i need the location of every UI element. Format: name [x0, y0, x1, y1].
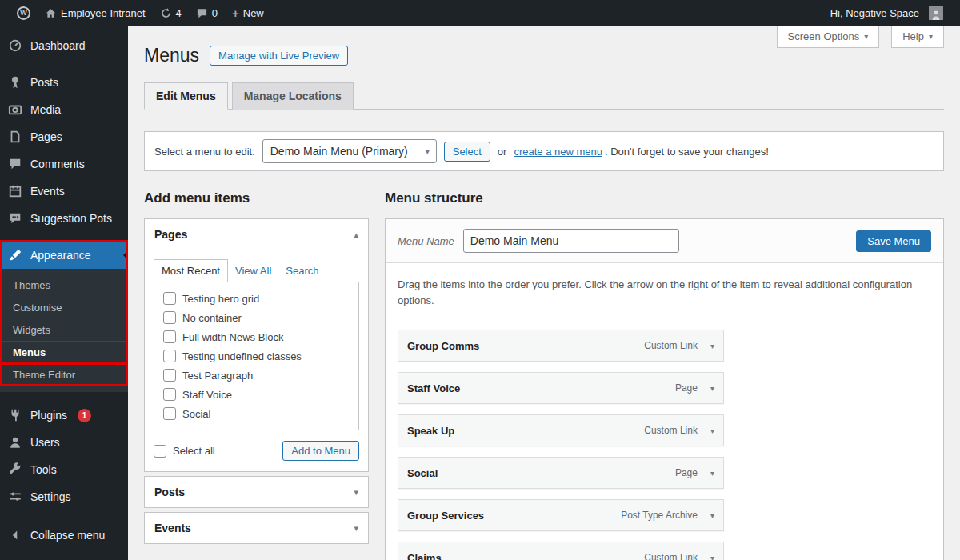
new-content-menu[interactable]: + New [225, 0, 271, 26]
chevron-down-icon[interactable]: ▾ [710, 511, 714, 520]
events-panel-header[interactable]: Events ▾ [145, 513, 368, 543]
menu-structure-body: Drag the items into the order you prefer… [386, 263, 943, 560]
pages-checklist: Testing hero grid No container Full widt… [154, 282, 359, 430]
sidebar-item-settings[interactable]: Settings [0, 483, 128, 510]
sidebar-item-events[interactable]: Events [0, 178, 128, 205]
chevron-down-icon[interactable]: ▾ [354, 523, 358, 534]
select-all-label: Select all [173, 445, 215, 457]
tab-most-recent[interactable]: Most Recent [154, 259, 228, 282]
site-name-label: Employee Intranet [61, 7, 146, 19]
sidebar-item-tools[interactable]: Tools [0, 456, 128, 483]
sidebar-item-pages[interactable]: Pages [0, 123, 128, 150]
wordpress-logo-icon: W [17, 6, 30, 20]
chevron-down-icon[interactable]: ▾ [710, 426, 714, 435]
menu-name-input[interactable] [463, 229, 679, 253]
add-to-menu-button[interactable]: Add to Menu [282, 441, 359, 461]
page-checkbox[interactable] [163, 292, 176, 305]
menu-select-label: Select a menu to edit: [154, 146, 255, 158]
screen-options-label: Screen Options [788, 30, 860, 42]
sidebar-item-appearance[interactable]: Appearance [0, 242, 128, 269]
live-preview-button[interactable]: Manage with Live Preview [210, 46, 348, 66]
sidebar-item-suggestion-pots[interactable]: Suggestion Pots [0, 205, 128, 232]
tab-manage-locations[interactable]: Manage Locations [232, 82, 354, 110]
select-menu-button[interactable]: Select [444, 142, 490, 162]
chat-icon [7, 211, 23, 226]
page-checkbox[interactable] [163, 311, 176, 324]
wp-logo-menu[interactable]: W [10, 0, 38, 26]
plugin-icon [7, 408, 23, 422]
menu-structure-item[interactable]: Group Comms Custom Link ▾ [398, 330, 724, 362]
page-checklist-item: Test Paragraph [154, 366, 358, 385]
page-item-label: Social [182, 408, 210, 420]
submenu-item-widgets[interactable]: Widgets [0, 318, 128, 341]
page-checklist-item: Testing undefined classes [154, 346, 358, 366]
sidebar-item-label: Tools [30, 463, 57, 476]
sidebar-item-dashboard[interactable]: Dashboard [0, 32, 128, 59]
menu-structure-panel: Menu Name Save Menu Drag the items into … [385, 218, 944, 560]
page-checklist-item: Social [154, 404, 358, 423]
menu-structure-item[interactable]: Speak Up Custom Link ▾ [398, 414, 724, 446]
sidebar-item-plugins[interactable]: Plugins 1 [0, 402, 128, 429]
menu-structure-item[interactable]: Group Services Post Type Archive ▾ [398, 499, 724, 531]
page-checkbox[interactable] [163, 369, 176, 382]
page-checkbox[interactable] [163, 350, 176, 362]
menu-separator [0, 59, 128, 69]
chevron-down-icon[interactable]: ▾ [710, 342, 714, 350]
sidebar-item-label: Appearance [30, 249, 91, 262]
sidebar-item-label: Posts [30, 76, 58, 89]
menu-structure-item[interactable]: Claims Custom Link ▾ [398, 542, 724, 560]
sidebar-item-collapse-menu[interactable]: Collapse menu [0, 522, 128, 549]
page-item-label: Test Paragraph [182, 370, 253, 382]
chevron-down-icon[interactable]: ▾ [710, 469, 714, 478]
menu-structure-item[interactable]: Staff Voice Page ▾ [398, 372, 724, 404]
events-panel-title: Events [154, 522, 191, 534]
menu-structure-item[interactable]: Social Page ▾ [398, 457, 724, 489]
submenu-item-menus[interactable]: Menus [0, 341, 128, 363]
comments-indicator[interactable]: 0 [189, 0, 225, 26]
menu-item-title: Staff Voice [407, 382, 460, 394]
posts-panel-title: Posts [154, 486, 185, 498]
create-new-menu-link[interactable]: create a new menu [514, 146, 602, 158]
add-menu-items-column: Add menu items Pages ▴ Most Recent View … [144, 190, 369, 560]
sidebar-item-label: Settings [30, 490, 71, 503]
submenu-item-customise[interactable]: Customise [0, 296, 128, 318]
my-account-menu[interactable]: Hi, Negative Space [823, 0, 950, 26]
save-menu-button[interactable]: Save Menu [856, 230, 931, 252]
calendar-icon [7, 184, 23, 198]
page-checkbox[interactable] [163, 407, 176, 420]
submenu-item-theme-editor[interactable]: Theme Editor [0, 363, 128, 386]
screen-options-button[interactable]: Screen Options ▾ [777, 26, 880, 48]
tab-view-all[interactable]: View All [228, 260, 278, 282]
chevron-down-icon[interactable]: ▾ [710, 554, 714, 560]
chevron-down-icon[interactable]: ▾ [354, 487, 358, 498]
admin-bar: W Employee Intranet 4 0 + New Hi, Negat [0, 0, 960, 26]
comment-bubble-icon [7, 157, 23, 171]
page-checkbox[interactable] [163, 388, 176, 401]
tab-edit-menus[interactable]: Edit Menus [144, 82, 228, 110]
sidebar-item-posts[interactable]: Posts [0, 69, 128, 96]
chevron-up-icon[interactable]: ▴ [354, 230, 358, 240]
add-menu-items-heading: Add menu items [144, 190, 369, 206]
home-icon [45, 7, 57, 19]
site-name-link[interactable]: Employee Intranet [38, 0, 153, 26]
appearance-submenu: Themes Customise Widgets Menus Theme Edi… [0, 269, 128, 392]
help-button[interactable]: Help ▾ [891, 26, 944, 48]
submenu-item-themes[interactable]: Themes [0, 274, 128, 296]
sidebar-item-users[interactable]: Users [0, 429, 128, 456]
page-checkbox[interactable] [163, 330, 176, 343]
sidebar-item-label: Media [30, 103, 61, 116]
events-panel: Events ▾ [144, 512, 369, 544]
tab-search[interactable]: Search [278, 260, 326, 282]
updates-indicator[interactable]: 4 [153, 0, 189, 26]
posts-panel-header[interactable]: Posts ▾ [145, 477, 368, 507]
page-checklist-item: Full width News Block [154, 327, 358, 346]
menu-name-label: Menu Name [398, 235, 454, 247]
or-text: or [498, 146, 507, 158]
page-checklist-item: Testing hero grid [154, 289, 358, 308]
sidebar-item-comments[interactable]: Comments [0, 150, 128, 178]
pages-panel-header[interactable]: Pages ▴ [145, 219, 368, 250]
menu-select-dropdown[interactable]: Demo Main Menu (Primary) ▾ [262, 139, 437, 163]
sidebar-item-media[interactable]: Media [0, 96, 128, 123]
chevron-down-icon[interactable]: ▾ [710, 384, 714, 393]
select-all-checkbox[interactable] [154, 445, 166, 458]
